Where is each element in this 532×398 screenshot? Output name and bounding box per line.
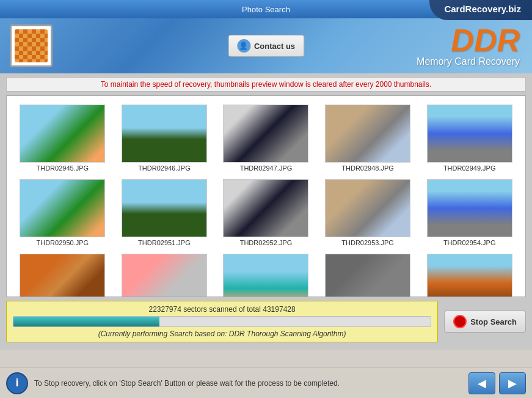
algo-text: (Currently performing Search based on: D… — [13, 330, 431, 338]
logo-icon — [15, 29, 48, 62]
thumbnail-label: THDR02952.JPG — [240, 239, 293, 246]
list-item[interactable]: THDR02951.JPG — [114, 175, 216, 250]
thumbnail-grid: THDR02945.JPGTHDR02946.JPGTHDR02947.JPGT… — [12, 101, 520, 297]
contact-icon: 👤 — [237, 39, 250, 53]
forward-button[interactable]: ▶ — [499, 372, 526, 394]
nav-buttons: ◀ ▶ — [468, 372, 526, 394]
logo-box — [10, 24, 53, 67]
stop-icon — [453, 315, 467, 328]
brand-text: DDR Memory Card Recovery — [417, 24, 520, 67]
main-content: To maintain the speed of recovery, thumb… — [0, 73, 532, 350]
brand-badge-text: CardRecovery.biz — [444, 4, 521, 14]
thumbnail-image — [20, 179, 105, 237]
list-item[interactable]: THDR02955.JPG — [12, 250, 114, 297]
progress-bar — [13, 316, 431, 327]
thumbnail-image — [122, 179, 207, 237]
contact-button[interactable]: 👤 Contact us — [228, 35, 304, 57]
thumbnail-image — [427, 254, 512, 297]
thumbnail-label: THDR02945.JPG — [37, 164, 89, 172]
status-text: To Stop recovery, click on 'Stop Search'… — [34, 379, 462, 388]
info-icon: i — [6, 372, 28, 394]
brand-header: 👤 Contact us DDR Memory Card Recovery — [0, 18, 532, 73]
list-item[interactable]: THDR02954.JPG — [418, 175, 520, 250]
list-item[interactable]: THDR02952.JPG — [215, 175, 317, 250]
status-bar: i To Stop recovery, click on 'Stop Searc… — [0, 367, 532, 398]
thumbnail-label: THDR02947.JPG — [240, 164, 293, 172]
thumbnail-image — [427, 105, 512, 163]
back-button[interactable]: ◀ — [468, 372, 495, 394]
thumbnail-label: THDR02954.JPG — [443, 239, 496, 246]
brand-ddr: DDR — [417, 24, 520, 56]
thumbnail-label: THDR02949.JPG — [443, 164, 496, 172]
brand-badge: CardRecovery.biz — [429, 0, 532, 20]
stop-label: Stop Search — [470, 317, 517, 326]
stop-search-button[interactable]: Stop Search — [444, 311, 526, 333]
list-item[interactable]: THDR02950.JPG — [12, 175, 114, 250]
progress-bar-fill — [13, 317, 159, 326]
thumbnail-image — [223, 105, 308, 163]
thumbnail-label: THDR02948.JPG — [341, 164, 394, 172]
list-item[interactable]: THDR02957.JPG — [215, 250, 317, 297]
title-bar-title: Photo Search — [242, 5, 290, 14]
stop-icon-inner — [457, 319, 462, 324]
progress-area: 22327974 sectors scanned of total 431974… — [6, 301, 438, 342]
thumbnail-image — [325, 179, 410, 237]
brand-tagline: Memory Card Recovery — [417, 56, 520, 67]
list-item[interactable]: THDR02958.JPG — [317, 250, 419, 297]
info-bar-text: To maintain the speed of recovery, thumb… — [101, 80, 431, 89]
thumbnail-grid-container[interactable]: THDR02945.JPGTHDR02946.JPGTHDR02947.JPGT… — [6, 95, 526, 297]
list-item[interactable]: THDR02945.JPG — [12, 101, 114, 175]
thumbnail-image — [325, 254, 410, 297]
sectors-text: 22327974 sectors scanned of total 431974… — [13, 305, 431, 314]
thumbnail-image — [122, 105, 207, 163]
thumbnail-image — [20, 254, 105, 297]
list-item[interactable]: THDR02956.JPG — [114, 250, 216, 297]
list-item[interactable]: THDR02959.JPG — [418, 250, 520, 297]
thumbnail-image — [122, 254, 207, 297]
list-item[interactable]: THDR02949.JPG — [418, 101, 520, 175]
thumbnail-image — [223, 179, 308, 237]
progress-row: 22327974 sectors scanned of total 431974… — [6, 297, 526, 346]
list-item[interactable]: THDR02946.JPG — [114, 101, 216, 175]
thumbnail-label: THDR02951.JPG — [138, 239, 191, 246]
list-item[interactable]: THDR02953.JPG — [317, 175, 419, 250]
contact-label: Contact us — [254, 42, 295, 51]
thumbnail-image — [427, 179, 512, 237]
thumbnail-image — [325, 105, 410, 163]
list-item[interactable]: THDR02948.JPG — [317, 101, 419, 175]
list-item[interactable]: THDR02947.JPG — [215, 101, 317, 175]
thumbnail-label: THDR02953.JPG — [341, 239, 394, 246]
thumbnail-label: THDR02950.JPG — [37, 239, 89, 246]
info-bar: To maintain the speed of recovery, thumb… — [6, 77, 526, 92]
thumbnail-image — [223, 254, 308, 297]
thumbnail-image — [20, 105, 105, 163]
thumbnail-label: THDR02946.JPG — [138, 164, 191, 172]
